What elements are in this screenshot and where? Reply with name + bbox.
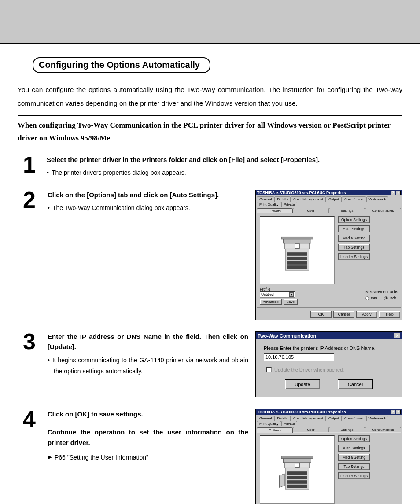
- tab-color-management[interactable]: Color Management: [291, 196, 326, 202]
- svg-rect-1: [287, 252, 307, 255]
- inserter-settings-button[interactable]: Inserter Settings: [338, 253, 370, 260]
- tab-watermark[interactable]: Watermark: [366, 196, 389, 202]
- dialog-titlebar: TOSHIBA e-STUDIO810 srs-PCL6UC Propertie…: [256, 409, 402, 415]
- arrow-right-icon: [48, 455, 52, 460]
- tab-details[interactable]: Details: [274, 196, 290, 202]
- tab-output[interactable]: Output: [326, 196, 342, 202]
- dialog-title: TOSHIBA e-STUDIO810 srs-PCL6UC Propertie…: [257, 410, 346, 414]
- svg-rect-10: [287, 471, 307, 475]
- tab-cover-insert[interactable]: Cover/Insert: [342, 416, 366, 421]
- ok-button[interactable]: OK: [310, 311, 332, 318]
- tab-details[interactable]: Details: [274, 416, 290, 421]
- tab-private[interactable]: Private: [281, 202, 298, 207]
- dialog-title: Two-Way Communication: [258, 333, 316, 338]
- profile-value: Untitled: [261, 292, 274, 297]
- svg-rect-12: [287, 480, 307, 483]
- help-icon[interactable]: ?: [391, 410, 395, 414]
- media-setting-button[interactable]: Media Setting: [338, 454, 370, 461]
- page-body: Configuring the Options Automatically Yo…: [0, 44, 420, 504]
- cancel-button[interactable]: Cancel: [333, 311, 354, 318]
- ip-prompt: Please Enter the printer's IP Address or…: [264, 346, 394, 351]
- step-note-text: The Two-Way Communication dialog box app…: [52, 204, 190, 211]
- cancel-button[interactable]: Cancel: [338, 379, 373, 389]
- step-3: 3 Enter the IP address or DNS Name in th…: [18, 331, 402, 397]
- tab-color-management[interactable]: Color Management: [291, 416, 326, 421]
- tab-general[interactable]: General: [257, 196, 274, 202]
- intro-text: You can configure the options automatica…: [18, 83, 402, 110]
- step-number: 2: [18, 190, 41, 210]
- tab-consumables[interactable]: Consumables: [365, 427, 401, 432]
- auto-settings-button[interactable]: Auto Settings: [338, 445, 370, 452]
- step-title: Click on the [Options] tab and click on …: [48, 190, 248, 200]
- tab-options[interactable]: Options: [257, 208, 293, 213]
- tab-settings[interactable]: Settings: [329, 427, 365, 432]
- auto-settings-button[interactable]: Auto Settings: [338, 225, 370, 232]
- advanced-button[interactable]: Advanced: [260, 299, 282, 305]
- radio-inch[interactable]: [384, 296, 388, 300]
- section-title: Configuring the Options Automatically: [33, 57, 210, 73]
- save-button[interactable]: Save: [284, 299, 298, 305]
- step-4: 4 Click on [OK] to save settings. Contin…: [18, 409, 402, 504]
- close-icon[interactable]: ×: [396, 410, 401, 414]
- tab-row-1: General Details Color Management Output …: [256, 195, 402, 207]
- tab-row-1: General Details Color Management Output …: [256, 415, 402, 426]
- step-note: •The Two-Way Communication dialog box ap…: [48, 202, 248, 213]
- svg-rect-11: [287, 476, 307, 479]
- svg-rect-16: [295, 463, 300, 467]
- update-button[interactable]: Update: [285, 379, 320, 389]
- tab-watermark[interactable]: Watermark: [366, 416, 389, 421]
- tab-settings-button[interactable]: Tab Settings: [338, 244, 370, 251]
- radio-mm-label: mm: [371, 296, 377, 300]
- svg-marker-18: [280, 474, 285, 488]
- svg-rect-13: [287, 485, 307, 488]
- tab-print-quality[interactable]: Print Quality: [257, 202, 281, 207]
- tab-row-2: Options User Settings Consumables: [256, 426, 402, 432]
- tab-print-quality[interactable]: Print Quality: [257, 421, 281, 426]
- two-way-dialog: Two-Way Communication × Please Enter the…: [255, 331, 402, 397]
- media-setting-button[interactable]: Media Setting: [338, 235, 370, 242]
- inserter-settings-button[interactable]: Inserter Settings: [338, 472, 370, 479]
- svg-rect-2: [287, 257, 307, 260]
- svg-rect-4: [287, 265, 307, 269]
- tab-consumables[interactable]: Consumables: [365, 208, 401, 213]
- copier-icon: [277, 446, 317, 493]
- profile-combo[interactable]: Untitled ▼: [260, 291, 295, 298]
- tab-output[interactable]: Output: [326, 416, 342, 421]
- apply-button[interactable]: Apply: [356, 311, 377, 318]
- tab-options[interactable]: Options: [257, 427, 293, 433]
- tab-settings-button[interactable]: Tab Settings: [338, 463, 370, 470]
- step-2: 2 Click on the [Options] tab and click o…: [18, 190, 402, 320]
- tab-user[interactable]: User: [293, 208, 329, 213]
- dialog-title: TOSHIBA e-STUDIO810 srs-PCL6UC Propertie…: [257, 191, 346, 195]
- help-icon[interactable]: ?: [391, 191, 395, 195]
- ip-input[interactable]: 10.10.70.105: [264, 353, 334, 361]
- dialog-titlebar: TOSHIBA e-STUDIO810 srs-PCL6UC Propertie…: [256, 190, 402, 195]
- step-1: 1 Select the printer driver in the Print…: [18, 155, 402, 178]
- printer-preview: [260, 216, 335, 284]
- tab-cover-insert[interactable]: Cover/Insert: [342, 196, 366, 202]
- update-when-opened-checkbox[interactable]: [266, 367, 272, 372]
- option-settings-button[interactable]: Option Settings: [338, 435, 370, 442]
- tab-general[interactable]: General: [257, 416, 274, 421]
- tab-user[interactable]: User: [293, 427, 329, 432]
- step-note: •It begins communicating to the GA-1140 …: [48, 355, 248, 377]
- close-icon[interactable]: ×: [396, 191, 401, 195]
- step-title: Enter the IP address or DNS Name in the …: [48, 331, 248, 352]
- chevron-down-icon: ▼: [289, 292, 294, 297]
- tab-settings[interactable]: Settings: [329, 208, 365, 213]
- close-icon[interactable]: ×: [394, 333, 400, 338]
- radio-mm[interactable]: [365, 296, 369, 300]
- profile-label: Profile: [260, 287, 298, 291]
- option-settings-button[interactable]: Option Settings: [338, 216, 370, 223]
- step-number: 1: [18, 155, 41, 178]
- step-number: 4: [18, 409, 41, 430]
- step-note-text: It begins communicating to the GA-1140 p…: [52, 357, 248, 375]
- svg-rect-3: [287, 261, 307, 264]
- step-title-a: Click on [OK] to save settings.: [48, 409, 248, 419]
- help-button[interactable]: Help: [379, 311, 400, 318]
- copier-icon: [277, 227, 317, 274]
- svg-rect-7: [295, 243, 300, 248]
- svg-rect-17: [281, 456, 313, 458]
- step-number: 3: [18, 331, 41, 352]
- tab-private[interactable]: Private: [281, 421, 298, 426]
